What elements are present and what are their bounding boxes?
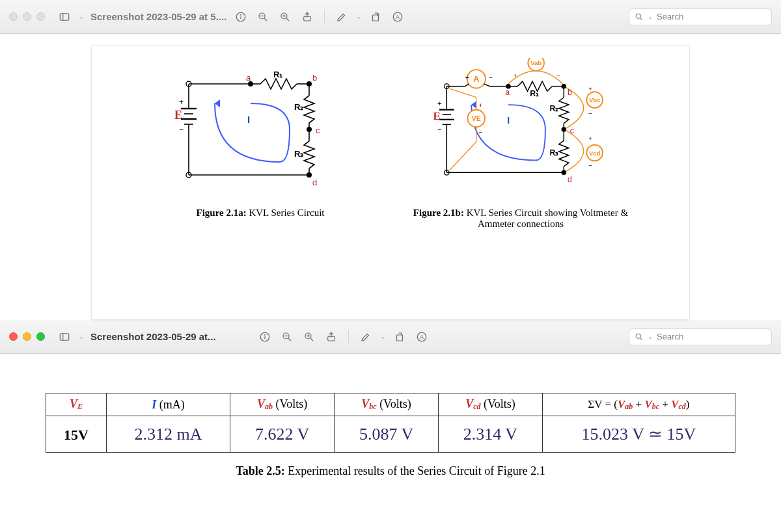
- chevron-down-icon[interactable]: ⌄: [380, 333, 385, 340]
- svg-text:R₃: R₃: [550, 148, 559, 157]
- svg-text:Vcd: Vcd: [589, 150, 601, 157]
- toolbar-separator: [348, 330, 349, 343]
- svg-point-133: [636, 334, 640, 338]
- svg-text:A: A: [473, 74, 480, 84]
- svg-text:+: +: [514, 72, 517, 79]
- share-icon[interactable]: [323, 330, 339, 344]
- lower-preview-window: ⌄ Screenshot 2023-05-29 at... ⌄ A ⌄: [0, 320, 781, 504]
- rotate-icon[interactable]: [368, 10, 383, 24]
- svg-text:R₂: R₂: [550, 104, 559, 113]
- search-placeholder: Search: [657, 332, 683, 341]
- svg-point-121: [264, 334, 265, 335]
- svg-text:−: −: [588, 110, 592, 117]
- cell-sum: 15.023 V ≃ 15V: [542, 416, 735, 453]
- svg-text:+: +: [479, 101, 483, 109]
- svg-text:+: +: [588, 85, 592, 92]
- zoom-in-icon[interactable]: [277, 10, 293, 24]
- minimize-dot[interactable]: [23, 12, 31, 21]
- svg-text:−: −: [489, 74, 493, 81]
- svg-text:R₁: R₁: [530, 89, 539, 98]
- svg-text:I: I: [507, 115, 510, 126]
- svg-text:c: c: [316, 126, 320, 135]
- figure-b-caption: Figure 2.1b: KVL Series Circuit showing …: [404, 207, 638, 230]
- svg-text:E: E: [433, 110, 440, 122]
- svg-text:Vbc: Vbc: [589, 96, 600, 103]
- svg-text:a: a: [246, 73, 251, 83]
- lower-titlebar: ⌄ Screenshot 2023-05-29 at... ⌄ A ⌄: [0, 320, 781, 354]
- svg-line-134: [640, 338, 642, 339]
- col-VE: VE: [46, 393, 107, 416]
- sidebar-toggle-icon[interactable]: [57, 10, 72, 24]
- svg-text:VE: VE: [472, 115, 481, 122]
- svg-rect-117: [60, 333, 69, 340]
- col-Vbc: Vbc (Volts): [335, 393, 439, 416]
- window-title: Screenshot 2023-05-29 at...: [90, 331, 216, 342]
- svg-point-16: [636, 14, 640, 18]
- svg-line-9: [287, 18, 290, 21]
- table-caption: Table 2.5: Experimental results of the S…: [46, 464, 735, 478]
- svg-line-81: [450, 88, 476, 97]
- svg-rect-130: [396, 335, 402, 341]
- svg-line-17: [640, 18, 642, 20]
- highlight-icon[interactable]: A: [390, 10, 405, 24]
- zoom-dot[interactable]: [36, 332, 45, 341]
- zoom-out-icon[interactable]: [279, 330, 295, 344]
- svg-text:d: d: [312, 178, 317, 187]
- svg-text:+: +: [437, 100, 442, 107]
- toolbar-separator: [324, 10, 325, 23]
- search-field[interactable]: ⌄ Search: [629, 328, 772, 345]
- svg-text:−: −: [179, 125, 184, 134]
- search-chevron-icon: ⌄: [648, 13, 653, 20]
- svg-point-4: [241, 14, 241, 15]
- results-table: VE I (mA) Vab (Volts) Vbc (Volts) Vcd (V…: [46, 393, 735, 453]
- close-dot[interactable]: [9, 12, 18, 21]
- zoom-out-icon[interactable]: [255, 10, 271, 24]
- svg-text:R₂: R₂: [294, 102, 303, 112]
- search-placeholder: Search: [657, 12, 683, 21]
- search-field[interactable]: ⌄ Search: [629, 8, 772, 25]
- figure-2-1b: A + −: [404, 58, 638, 230]
- chevron-down-icon[interactable]: ⌄: [356, 13, 361, 20]
- col-Vcd: Vcd (Volts): [438, 393, 542, 416]
- table-header-row: VE I (mA) Vab (Volts) Vbc (Volts) Vcd (V…: [46, 393, 735, 416]
- svg-text:+: +: [179, 98, 184, 107]
- zoom-dot[interactable]: [36, 12, 45, 21]
- chevron-down-icon[interactable]: ⌄: [79, 13, 84, 20]
- window-controls: [9, 332, 45, 341]
- cell-Vab: 7.622 V: [230, 416, 335, 453]
- close-dot[interactable]: [9, 332, 18, 341]
- col-sum: ΣV = (Vab + Vbc + Vcd): [542, 393, 735, 416]
- share-icon[interactable]: [299, 10, 315, 24]
- rotate-icon[interactable]: [392, 330, 407, 344]
- svg-text:a: a: [505, 88, 510, 97]
- svg-text:b: b: [568, 88, 572, 97]
- window-title: Screenshot 2023-05-29 at 5....: [90, 11, 226, 22]
- sidebar-toggle-icon[interactable]: [57, 330, 72, 344]
- markup-icon[interactable]: [358, 330, 374, 344]
- cell-Vbc: 5.087 V: [335, 416, 439, 453]
- info-icon[interactable]: [257, 330, 273, 344]
- chevron-down-icon[interactable]: ⌄: [79, 333, 84, 340]
- svg-text:b: b: [312, 73, 317, 83]
- svg-text:A: A: [420, 334, 424, 340]
- svg-text:−: −: [437, 126, 442, 133]
- info-icon[interactable]: [233, 10, 249, 24]
- svg-marker-38: [215, 100, 220, 107]
- svg-text:E: E: [174, 109, 182, 122]
- highlight-icon[interactable]: A: [414, 330, 430, 344]
- svg-line-6: [265, 18, 267, 21]
- cell-Vcd: 2.314 V: [438, 416, 542, 453]
- svg-line-60: [484, 84, 489, 86]
- zoom-in-icon[interactable]: [301, 330, 317, 344]
- svg-line-126: [310, 338, 313, 341]
- markup-icon[interactable]: [334, 10, 349, 24]
- document-page: E + − a b c d R₁ R₂ R₃ I Figure 2.1a: KV…: [91, 46, 690, 320]
- cell-VE: 15V: [46, 416, 107, 453]
- figure-2-1a: E + − a b c d R₁ R₂ R₃ I Figure 2.1a: KV…: [143, 58, 377, 230]
- svg-text:−: −: [588, 162, 592, 169]
- svg-marker-77: [471, 101, 476, 108]
- col-Vab: Vab (Volts): [230, 393, 335, 416]
- svg-text:Vab: Vab: [530, 59, 541, 66]
- minimize-dot[interactable]: [23, 332, 31, 341]
- svg-text:+: +: [465, 74, 469, 81]
